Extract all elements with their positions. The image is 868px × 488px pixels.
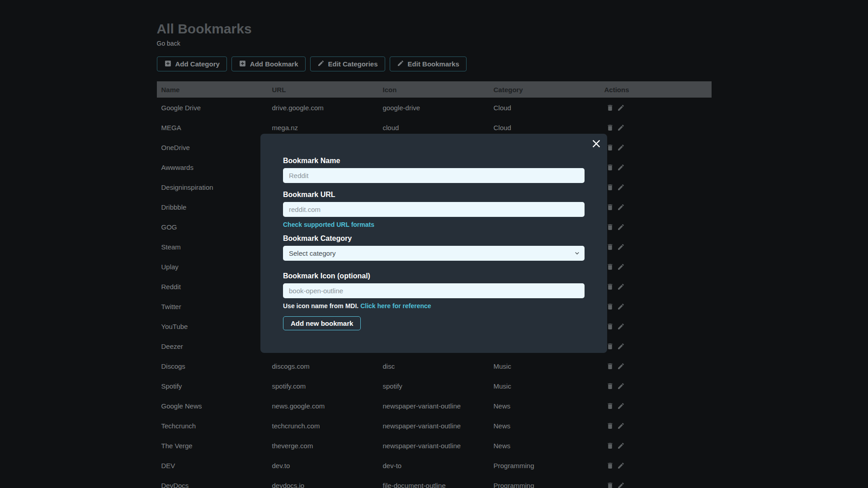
bookmark-name-cell: Google News — [157, 402, 268, 410]
bookmark-category-cell: Music — [489, 362, 600, 370]
pencil-icon[interactable] — [617, 124, 625, 131]
bookmark-actions-cell — [600, 402, 712, 410]
pencil-icon[interactable] — [617, 164, 625, 171]
delete-icon[interactable] — [606, 303, 614, 310]
table-row: Spotify spotify.com spotify Music — [157, 376, 712, 396]
bookmark-icon-input[interactable] — [283, 283, 585, 298]
bookmark-name-cell: Designinspiration — [157, 183, 268, 191]
bookmark-name-input[interactable] — [283, 168, 585, 183]
bookmark-name-cell: Twitter — [157, 303, 268, 310]
pencil-icon[interactable] — [617, 323, 625, 330]
bookmark-url-cell: spotify.com — [268, 382, 378, 390]
edit-bookmarks-label: Edit Bookmarks — [408, 60, 459, 68]
pencil-icon[interactable] — [617, 402, 625, 410]
bookmark-category-cell: Cloud — [489, 104, 600, 112]
mdi-reference-link[interactable]: Click here for reference — [360, 302, 431, 310]
pencil-icon[interactable] — [617, 283, 625, 291]
bookmark-name-cell: Dribbble — [157, 203, 268, 211]
delete-icon[interactable] — [606, 462, 614, 469]
bookmark-name-cell: Google Drive — [157, 104, 268, 112]
close-icon[interactable] — [590, 137, 603, 150]
edit-categories-button[interactable]: Edit Categories — [310, 56, 385, 71]
bookmark-icon-cell: google-drive — [378, 104, 489, 112]
bookmark-name-cell: OneDrive — [157, 144, 268, 151]
bookmark-actions-cell — [600, 223, 712, 231]
delete-icon[interactable] — [606, 223, 614, 231]
pencil-icon[interactable] — [617, 223, 625, 231]
bookmark-name-cell: MEGA — [157, 124, 268, 131]
delete-icon[interactable] — [606, 283, 614, 291]
add-new-bookmark-button[interactable]: Add new bookmark — [283, 316, 361, 330]
delete-icon[interactable] — [606, 164, 614, 171]
add-bookmark-button[interactable]: Add Bookmark — [231, 56, 306, 71]
bookmark-category-cell: News — [489, 402, 600, 410]
delete-icon[interactable] — [606, 243, 614, 251]
delete-icon[interactable] — [606, 144, 614, 151]
pencil-icon[interactable] — [617, 203, 625, 211]
table-row: DevDocs devdocs.io file-document-outline… — [157, 475, 712, 488]
bookmark-icon-cell: newspaper-variant-outline — [378, 442, 489, 450]
bookmark-name-cell: DEV — [157, 462, 268, 469]
pencil-icon[interactable] — [617, 263, 625, 271]
add-bookmark-label: Add Bookmark — [250, 60, 298, 68]
bookmark-actions-cell — [600, 263, 712, 271]
category-select[interactable]: Select category — [283, 246, 585, 261]
pencil-icon[interactable] — [617, 104, 625, 112]
edit-categories-label: Edit Categories — [328, 60, 378, 68]
pencil-icon[interactable] — [617, 362, 625, 370]
pencil-icon — [397, 60, 404, 68]
bookmark-icon-cell: newspaper-variant-outline — [378, 402, 489, 410]
bookmark-actions-cell — [600, 482, 712, 488]
delete-icon[interactable] — [606, 482, 614, 488]
bookmark-category-cell: News — [489, 442, 600, 450]
go-back-link[interactable]: Go back — [157, 40, 180, 47]
delete-icon[interactable] — [606, 442, 614, 450]
bookmark-actions-cell — [600, 164, 712, 171]
delete-icon[interactable] — [606, 382, 614, 390]
toolbar: Add Category Add Bookmark Edit Categorie… — [157, 56, 712, 71]
bookmark-icon-cell: dev-to — [378, 462, 489, 469]
delete-icon[interactable] — [606, 104, 614, 112]
bookmark-url-cell: news.google.com — [268, 402, 378, 410]
column-header-icon: Icon — [378, 86, 489, 94]
delete-icon[interactable] — [606, 323, 614, 330]
pencil-icon[interactable] — [617, 462, 625, 469]
bookmark-actions-cell — [600, 422, 712, 430]
pencil-icon[interactable] — [617, 422, 625, 430]
add-bookmark-modal: Bookmark Name Bookmark URL Check support… — [260, 134, 607, 353]
pencil-icon[interactable] — [617, 382, 625, 390]
delete-icon[interactable] — [606, 362, 614, 370]
pencil-icon[interactable] — [617, 303, 625, 310]
pencil-icon[interactable] — [617, 442, 625, 450]
delete-icon[interactable] — [606, 124, 614, 131]
bookmark-actions-cell — [600, 243, 712, 251]
bookmark-actions-cell — [600, 203, 712, 211]
bookmark-url-input[interactable] — [283, 202, 585, 217]
delete-icon[interactable] — [606, 402, 614, 410]
delete-icon[interactable] — [606, 183, 614, 191]
pencil-icon[interactable] — [617, 343, 625, 350]
pencil-icon[interactable] — [617, 482, 625, 488]
pencil-icon[interactable] — [617, 183, 625, 191]
bookmark-icon-cell: cloud — [378, 124, 489, 131]
bookmark-category-cell: Programming — [489, 482, 600, 488]
edit-bookmarks-button[interactable]: Edit Bookmarks — [390, 56, 467, 71]
delete-icon[interactable] — [606, 422, 614, 430]
pencil-icon[interactable] — [617, 243, 625, 251]
bookmark-actions-cell — [600, 104, 712, 112]
pencil-icon — [317, 60, 325, 68]
column-header-url: URL — [268, 86, 378, 94]
delete-icon[interactable] — [606, 263, 614, 271]
icon-help-text: Use icon name from MDI. Click here for r… — [283, 303, 585, 309]
table-header-row: Name URL Icon Category Actions — [157, 81, 712, 98]
plus-box-icon — [164, 60, 172, 69]
delete-icon[interactable] — [606, 343, 614, 350]
pencil-icon[interactable] — [617, 144, 625, 151]
bookmark-icon-label: Bookmark Icon (optional) — [283, 272, 585, 280]
table-row: Discogs discogs.com disc Music — [157, 356, 712, 376]
bookmark-actions-cell — [600, 144, 712, 151]
add-category-button[interactable]: Add Category — [157, 56, 227, 71]
page-title: All Bookmarks — [157, 21, 712, 37]
url-formats-link[interactable]: Check supported URL formats — [283, 221, 585, 228]
delete-icon[interactable] — [606, 203, 614, 211]
